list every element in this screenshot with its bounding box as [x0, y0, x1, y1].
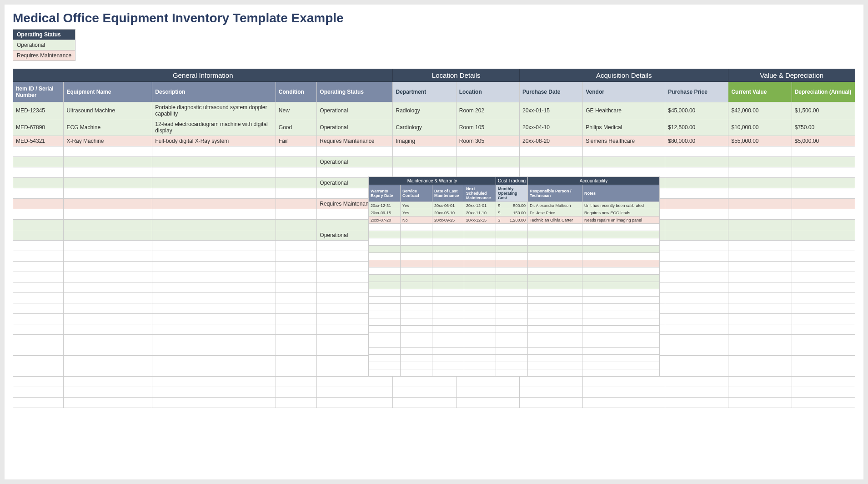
cell-cval: 10,000.00	[728, 119, 792, 136]
cell-status: Operational	[317, 157, 393, 167]
cell-empty	[665, 345, 728, 356]
cell-empty	[665, 377, 728, 387]
cell-pdate: 20xx-01-15	[519, 102, 582, 119]
overlay-row-empty	[369, 297, 660, 304]
cell-dep: 750.00	[792, 119, 855, 136]
col-pprice: Purchase Price	[665, 82, 728, 102]
cell-empty	[792, 241, 855, 251]
cell-empty	[152, 230, 276, 241]
cell-pprice: 80,000.00	[665, 136, 728, 146]
cell-empty	[369, 333, 401, 340]
table-row-empty	[13, 146, 855, 157]
overlay-row-empty	[369, 369, 660, 377]
cell-empty	[496, 289, 528, 297]
cell-empty	[401, 267, 432, 275]
cell-empty	[582, 355, 660, 362]
cell-empty	[456, 387, 519, 398]
cell-empty	[393, 377, 456, 387]
cell-loc: Room 105	[456, 119, 519, 136]
cell-empty	[464, 348, 496, 355]
cell-empty	[369, 369, 401, 377]
cell-empty	[582, 340, 660, 348]
cell-empty	[528, 238, 582, 246]
cell-empty	[728, 314, 792, 324]
cell-empty	[528, 275, 582, 282]
cell-empty	[432, 369, 464, 377]
cell-empty	[519, 398, 582, 408]
cell-empty	[317, 398, 393, 408]
cell-empty	[496, 238, 528, 246]
cell-empty	[528, 333, 582, 340]
overlay-col-wexp: Warranty Expiry Date	[369, 185, 401, 202]
overlay-row-empty	[369, 289, 660, 297]
cell-empty	[528, 231, 582, 238]
cell-empty	[792, 398, 855, 408]
cell-empty	[665, 366, 728, 377]
cell-empty	[13, 387, 64, 398]
cell-empty	[432, 267, 464, 275]
cell-empty	[582, 304, 660, 311]
col-loc: Location	[456, 82, 519, 102]
cell-dept: Radiology	[393, 102, 456, 119]
cell-vendor: GE Healthcare	[583, 102, 665, 119]
cell-empty	[13, 230, 64, 241]
cell-empty	[582, 224, 660, 231]
cell-empty	[464, 326, 496, 333]
cell-empty	[64, 324, 152, 335]
cell-loc: Room 202	[456, 102, 519, 119]
cell-empty	[792, 146, 855, 157]
cell-empty	[152, 335, 276, 345]
cell-empty	[276, 220, 317, 230]
page: Medical Office Equipment Inventory Templ…	[5, 5, 863, 479]
cell-empty	[665, 199, 728, 209]
cell-empty	[64, 199, 152, 209]
cell-cval: 42,000.00	[728, 102, 792, 119]
cell-empty	[152, 314, 276, 324]
cell-pprice: 45,000.00	[665, 102, 728, 119]
cell-empty	[13, 209, 64, 220]
cell-empty	[792, 262, 855, 272]
cell-empty	[13, 167, 64, 178]
cell-empty	[792, 282, 855, 293]
cell-empty	[13, 272, 64, 282]
cell-empty	[582, 260, 660, 267]
col-pdate: Purchase Date	[519, 82, 582, 102]
cell-empty	[582, 246, 660, 253]
cell-empty	[64, 356, 152, 366]
cell-empty	[393, 387, 456, 398]
cell-wexp: 20xx-12-31	[369, 202, 401, 209]
cell-empty	[464, 369, 496, 377]
cell-empty	[496, 253, 528, 260]
cell-empty	[728, 146, 792, 157]
cell-empty	[792, 345, 855, 356]
cell-desc: Full-body digital X-Ray system	[152, 136, 276, 146]
cell-dlm: 20xx-06-01	[432, 202, 464, 209]
cell-empty	[369, 311, 401, 318]
cell-empty	[369, 297, 401, 304]
cell-empty	[728, 220, 792, 230]
cell-empty	[401, 369, 432, 377]
cell-empty	[582, 311, 660, 318]
cell-empty	[393, 146, 456, 157]
table-row-empty	[13, 377, 855, 387]
cell-empty	[369, 340, 401, 348]
overlay-table: Maintenance & Warranty Cost Tracking Acc…	[368, 176, 660, 377]
cell-empty	[432, 333, 464, 340]
cell-empty	[792, 230, 855, 241]
cell-empty	[496, 304, 528, 311]
cell-empty	[464, 355, 496, 362]
cell-empty	[401, 224, 432, 231]
cell-empty	[276, 251, 317, 262]
cell-empty	[152, 157, 276, 167]
cell-empty	[432, 231, 464, 238]
cell-empty	[276, 398, 317, 408]
cell-empty	[496, 297, 528, 304]
cell-empty	[276, 146, 317, 157]
cell-empty	[582, 362, 660, 369]
cell-empty	[792, 188, 855, 199]
cell-empty	[432, 348, 464, 355]
cell-empty	[464, 246, 496, 253]
col-cond: Condition	[276, 82, 317, 102]
cell-empty	[401, 238, 432, 246]
cell-cval: 55,000.00	[728, 136, 792, 146]
